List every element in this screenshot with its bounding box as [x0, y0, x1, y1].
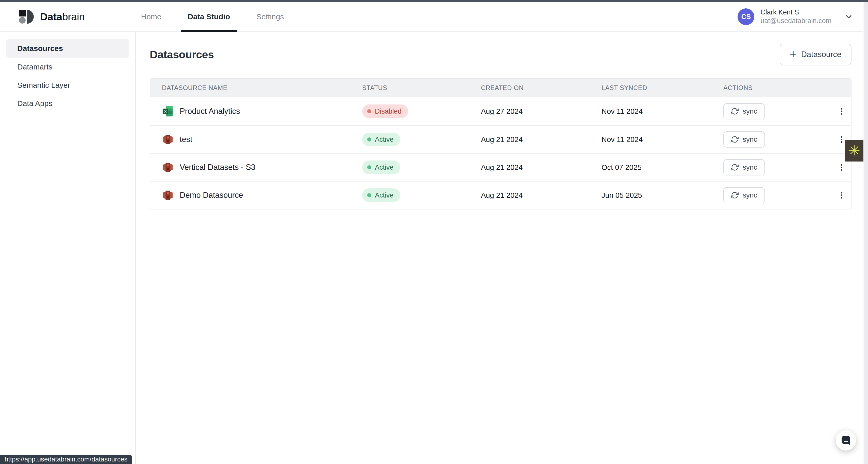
- table-row[interactable]: Demo Datasource Active Aug 21 2024 Jun 0…: [150, 181, 851, 209]
- datasource-name: Product Analytics: [180, 107, 240, 116]
- sidebar-item-semantic-layer[interactable]: Semantic Layer: [6, 76, 129, 94]
- refresh-icon: [731, 192, 739, 199]
- user-meta: Clark Kent S uat@usedatabrain.com: [761, 8, 832, 25]
- brand-name-bold: Data: [40, 11, 62, 23]
- col-header-actions: ACTIONS: [723, 84, 836, 92]
- created-on: Aug 21 2024: [481, 163, 601, 172]
- created-on: Aug 21 2024: [481, 191, 601, 200]
- last-synced: Jun 05 2025: [601, 191, 723, 200]
- sync-label: sync: [743, 135, 757, 143]
- nav-tab-home[interactable]: Home: [128, 2, 175, 31]
- status-badge: Disabled: [362, 104, 408, 118]
- sidebar-item-datamarts[interactable]: Datamarts: [6, 58, 129, 76]
- status-url: https://app.usedatabrain.com/datasources: [5, 455, 127, 463]
- chat-launcher-button[interactable]: [836, 430, 856, 451]
- user-email: uat@usedatabrain.com: [761, 17, 832, 25]
- created-on: Aug 21 2024: [481, 135, 601, 144]
- main-header: Datasources + Datasource: [150, 44, 851, 65]
- col-header-datasource-name: DATASOURCE NAME: [150, 84, 362, 92]
- user-menu[interactable]: CS Clark Kent S uat@usedatabrain.com: [738, 8, 853, 25]
- brand-name: Databrain: [40, 11, 85, 23]
- excel-icon: X: [162, 105, 174, 117]
- redshift-icon: [162, 189, 174, 201]
- row-menu-kebab-icon[interactable]: [836, 103, 848, 120]
- status-dot: [367, 193, 371, 197]
- add-datasource-button[interactable]: + Datasource: [780, 44, 851, 65]
- last-synced: Oct 07 2025: [601, 163, 723, 172]
- table-row[interactable]: Vertical Datasets - S3 Active Aug 21 202…: [150, 153, 851, 181]
- brand-name-regular: brain: [62, 11, 85, 23]
- brand-logo-link[interactable]: Databrain: [18, 9, 85, 25]
- main-content: Datasources + Datasource DATASOURCE NAME…: [136, 32, 868, 464]
- databrain-logo-icon: [18, 9, 34, 25]
- status-badge: Active: [362, 188, 400, 202]
- status-badge: Active: [362, 161, 400, 174]
- refresh-icon: [731, 107, 739, 115]
- redshift-icon: [162, 134, 174, 145]
- sidebar-item-datasources[interactable]: Datasources: [6, 39, 129, 58]
- top-bar: Databrain Home Data Studio Settings CS C…: [0, 2, 868, 32]
- datasource-name: Vertical Datasets - S3: [180, 163, 255, 172]
- status-dot: [367, 137, 371, 141]
- refresh-icon: [731, 136, 739, 143]
- add-datasource-label: Datasource: [801, 50, 841, 59]
- primary-nav: Home Data Studio Settings: [128, 2, 297, 31]
- nav-tab-settings[interactable]: Settings: [243, 2, 297, 31]
- page-scrollbar[interactable]: [863, 2, 868, 464]
- status-label: Active: [375, 136, 394, 143]
- chat-bubble-icon: [840, 434, 852, 446]
- sync-button[interactable]: sync: [723, 103, 765, 120]
- browser-top-strip: [0, 0, 868, 2]
- created-on: Aug 27 2024: [481, 107, 601, 115]
- status-label: Active: [375, 192, 394, 199]
- chevron-down-icon: [844, 12, 853, 21]
- sidebar-item-data-apps[interactable]: Data Apps: [6, 94, 129, 112]
- avatar: CS: [738, 8, 754, 25]
- datasource-name: Demo Datasource: [180, 191, 243, 200]
- sync-label: sync: [743, 163, 757, 171]
- page-title: Datasources: [150, 48, 214, 61]
- refresh-icon: [731, 164, 739, 171]
- status-dot: [367, 165, 371, 169]
- user-name: Clark Kent S: [761, 8, 832, 17]
- col-header-last-synced: LAST SYNCED: [601, 84, 723, 92]
- sync-button[interactable]: sync: [723, 159, 765, 175]
- status-badge: Active: [362, 133, 400, 146]
- sync-label: sync: [743, 107, 757, 115]
- redshift-icon: [162, 162, 174, 173]
- sync-label: sync: [743, 191, 757, 199]
- status-label: Disabled: [375, 107, 402, 115]
- svg-text:X: X: [164, 109, 167, 114]
- status-label: Active: [375, 164, 394, 171]
- status-dot: [367, 109, 371, 113]
- browser-extension-button[interactable]: ✳: [845, 140, 863, 162]
- table-row[interactable]: X Product Analytics Disabled Aug 27 2024…: [150, 97, 851, 125]
- sync-button[interactable]: sync: [723, 131, 765, 147]
- col-header-created-on: CREATED ON: [481, 84, 601, 92]
- datasource-name: test: [180, 135, 192, 144]
- table-row[interactable]: test Active Aug 21 2024 Nov 11 2024 sync: [150, 125, 851, 153]
- sidebar: Datasources Datamarts Semantic Layer Dat…: [0, 32, 136, 464]
- asterisk-icon: ✳: [848, 143, 860, 158]
- last-synced: Nov 11 2024: [601, 135, 723, 144]
- col-header-status: STATUS: [362, 84, 481, 92]
- last-synced: Nov 11 2024: [601, 107, 723, 115]
- sync-button[interactable]: sync: [723, 187, 765, 203]
- nav-tab-data-studio[interactable]: Data Studio: [175, 2, 243, 31]
- status-url-tooltip: https://app.usedatabrain.com/datasources: [0, 455, 132, 464]
- table-header-row: DATASOURCE NAME STATUS CREATED ON LAST S…: [150, 78, 851, 97]
- datasources-table: DATASOURCE NAME STATUS CREATED ON LAST S…: [150, 78, 851, 209]
- row-menu-kebab-icon[interactable]: [836, 187, 848, 203]
- row-menu-kebab-icon[interactable]: [836, 159, 848, 175]
